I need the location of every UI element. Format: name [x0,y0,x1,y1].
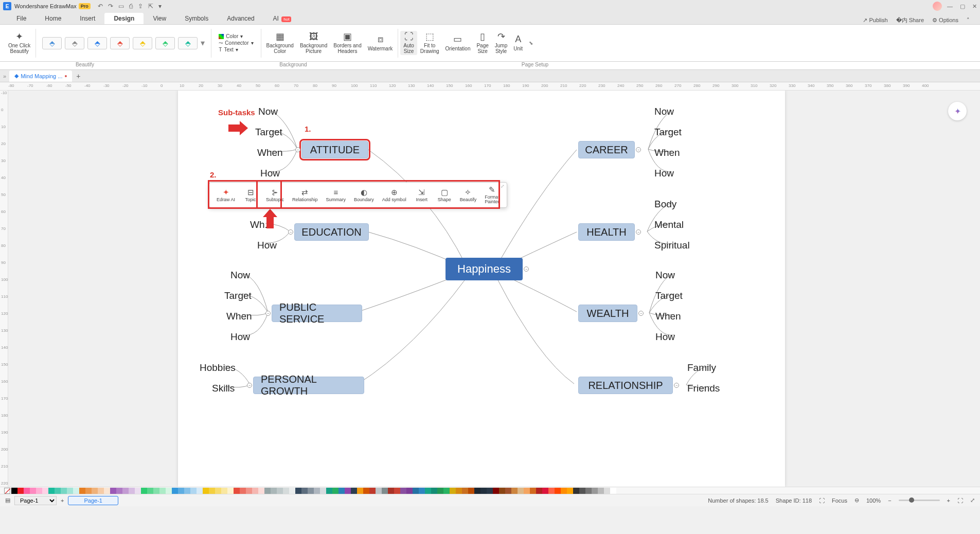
branch-attitude[interactable]: ATTITUDE [301,141,368,158]
color-swatch[interactable] [135,488,141,494]
branch-personal-growth[interactable]: PERSONAL GROWTH [253,377,364,394]
unit-button[interactable]: AUnit [510,33,526,52]
color-swatch[interactable] [443,488,450,494]
orientation-button[interactable]: ▭Orientation [442,33,474,52]
color-swatch[interactable] [129,488,135,494]
tab-design[interactable]: Design [104,13,144,24]
handle-relationship[interactable]: − [674,383,679,388]
leaf[interactable]: Now [651,104,677,119]
handle-wealth[interactable]: − [638,311,644,316]
color-swatch[interactable] [203,488,209,494]
color-swatch[interactable] [419,488,425,494]
zoom-in-icon[interactable]: − [888,497,891,504]
color-swatch[interactable] [530,488,536,494]
color-swatch[interactable] [209,488,215,494]
leaf[interactable]: Skills [209,381,238,396]
color-swatch[interactable] [141,488,147,494]
auto-size-button[interactable]: ⛶Auto Size [400,31,417,56]
leaf[interactable]: When [651,145,683,161]
color-swatch[interactable] [487,488,493,494]
branch-relationship[interactable]: RELATIONSHIP [578,377,673,394]
leaf[interactable]: Mental [651,217,687,233]
color-swatch[interactable] [147,488,153,494]
float-shape[interactable]: ▢Shape [433,185,456,205]
color-swatch[interactable] [511,488,518,494]
canvas[interactable]: -100102030405060708090100110120130140150… [0,91,980,487]
color-swatch[interactable] [610,488,616,494]
leaf[interactable]: Friends [684,381,723,396]
handle-education[interactable]: − [288,229,293,235]
color-swatch[interactable] [468,488,474,494]
color-swatch[interactable] [555,488,561,494]
leaf[interactable]: Hobbies [197,360,239,376]
leaf[interactable]: When [223,309,255,324]
collapse-ribbon-icon[interactable]: ˄ [967,17,970,24]
color-swatch[interactable] [394,488,400,494]
color-swatch[interactable] [24,488,30,494]
tab-symbols[interactable]: Symbols [175,13,218,24]
color-swatch[interactable] [493,488,499,494]
one-click-beautify-button[interactable]: ✦ One Click Beautify [5,31,33,56]
color-swatch[interactable] [474,488,480,494]
color-swatch[interactable] [258,488,264,494]
handle-attitude[interactable]: − [295,147,300,152]
color-swatch[interactable] [178,488,184,494]
pagesetup-launcher-icon[interactable]: ⬊ [529,40,533,46]
color-swatch[interactable] [110,488,116,494]
redo-icon[interactable]: ↷ [108,3,113,10]
options-button[interactable]: ⚙ Options [932,17,958,24]
color-swatch[interactable] [67,488,73,494]
color-swatch[interactable] [295,488,301,494]
leaf[interactable]: When [254,145,286,161]
branch-education[interactable]: EDUCATION [294,223,369,241]
minimize-icon[interactable]: — [947,3,953,10]
tabs-chevron-icon[interactable]: » [3,73,6,79]
ai-float-button[interactable]: ✦ [948,102,967,120]
central-topic[interactable]: Happiness [446,258,523,280]
document-tab[interactable]: ◆ Mind Mapping ... • [9,70,72,82]
color-swatch[interactable] [234,488,240,494]
color-swatch[interactable] [326,488,332,494]
pages-icon[interactable]: ▤ [5,497,10,504]
print-icon[interactable]: ⎙ [129,3,133,10]
color-swatch[interactable] [406,488,413,494]
color-swatch[interactable] [264,488,271,494]
color-swatch[interactable] [437,488,443,494]
theme-swatch-2[interactable]: ⬘ [65,37,84,49]
color-swatch[interactable] [320,488,326,494]
color-swatch[interactable] [450,488,456,494]
color-swatch[interactable] [79,488,85,494]
color-swatch[interactable] [227,488,234,494]
tab-ai[interactable]: AI hot [264,13,301,24]
color-swatch[interactable] [431,488,437,494]
color-swatch[interactable] [61,488,67,494]
page-tab[interactable]: Page-1 [68,496,118,505]
jump-style-button[interactable]: ↷Jump Style [492,31,510,56]
handle-central[interactable]: − [524,266,529,272]
leaf[interactable]: How [227,329,253,345]
leaf[interactable]: Spiritual [651,238,693,253]
color-swatch[interactable] [376,488,382,494]
color-swatch[interactable] [240,488,246,494]
text-dropdown[interactable]: TText ▾ [219,47,253,52]
float-boundary[interactable]: ◐Boundary [350,185,378,205]
leaf[interactable]: Target [652,288,686,304]
color-swatch[interactable] [98,488,104,494]
leaf[interactable]: Family [684,360,719,376]
color-swatch[interactable] [561,488,567,494]
color-swatch[interactable] [308,488,314,494]
page[interactable]: Happiness − ATTITUDE − Now Target When H… [178,91,785,487]
color-swatch[interactable] [48,488,55,494]
leaf[interactable]: How [651,166,677,181]
color-swatch[interactable] [184,488,190,494]
leaf[interactable]: Target [252,124,286,140]
color-swatch[interactable] [462,488,468,494]
theme-swatch-6[interactable]: ⬘ [155,37,175,49]
branch-wealth[interactable]: WEALTH [578,305,637,322]
color-swatch[interactable] [388,488,394,494]
color-swatch[interactable] [332,488,338,494]
focus-button[interactable]: Focus [832,497,847,504]
float-close-icon[interactable]: ⤢ [501,184,505,189]
color-swatch[interactable] [592,488,598,494]
color-swatch[interactable] [215,488,221,494]
